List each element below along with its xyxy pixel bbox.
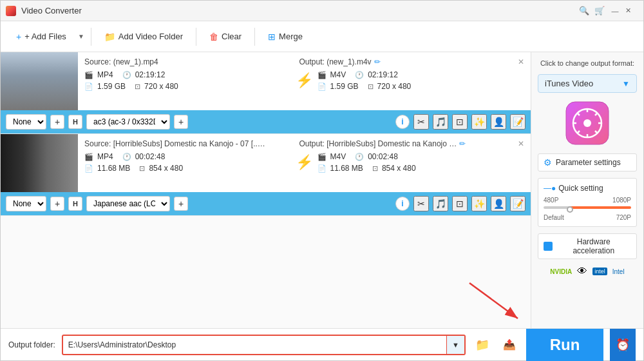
param-settings-button[interactable]: ⚙ Parameter settings <box>538 153 637 171</box>
nvidia-eye-icon: 👁 <box>577 266 587 277</box>
output-duration-2: 00:02:48 <box>368 152 398 161</box>
watermark-btn-1[interactable]: 👤 <box>491 114 506 130</box>
subtitle-btn-2[interactable]: 📝 <box>510 196 526 211</box>
add-files-button[interactable]: + + Add Files <box>8 28 74 46</box>
source-duration-1: 02:19:12 <box>135 70 166 79</box>
audio-select-2[interactable]: Japanese aac (LC) ( <box>86 196 170 211</box>
cart-icon[interactable]: 🛒 <box>594 6 605 15</box>
effect-btn-2[interactable]: ✨ <box>471 196 487 211</box>
toolbar: + + Add Files ▼ 📁 Add Video Folder 🗑 Cle… <box>1 21 643 52</box>
quality-slider-thumb[interactable] <box>567 206 573 213</box>
source-label-2: Source: [HorribleSubs] Domestic na Kanoj… <box>84 139 265 148</box>
file-icon-1: 📄 <box>84 83 93 91</box>
run-button[interactable]: Run <box>526 329 603 361</box>
output-path-input[interactable] <box>63 337 446 353</box>
format-name: iTunes Video <box>545 79 593 88</box>
trash-icon: 🗑 <box>209 32 218 42</box>
default-720-labels: Default 720P <box>544 214 631 221</box>
options-bar-2: None + H Japanese aac (LC) ( + i ✂ 🎵 ⊡ ✨… <box>1 192 531 215</box>
itunes-icon <box>565 101 610 146</box>
export-button[interactable]: 📤 <box>499 335 520 355</box>
bottom-bar: Output folder: ▼ 📁 📤 Run ⏰ <box>1 328 643 360</box>
merge-label: Merge <box>279 32 303 41</box>
crop-btn-1[interactable]: ⊡ <box>452 114 468 130</box>
minimize-button[interactable]: — <box>610 6 620 16</box>
file-item-2: Source: [HorribleSubs] Domestic na Kanoj… <box>1 134 531 216</box>
output-folder-label: Output folder: <box>8 340 55 349</box>
add-audio-btn-1[interactable]: + <box>174 115 188 129</box>
file-item-2-header: Source: [HorribleSubs] Domestic na Kanoj… <box>1 134 531 192</box>
close-file-2[interactable]: ✕ <box>518 139 524 148</box>
arrow-divider-2: ⚡ <box>292 154 317 171</box>
subtitle-select-2[interactable]: None <box>6 196 46 211</box>
hd-btn-1[interactable]: H <box>68 115 82 129</box>
output-dropdown-button[interactable]: ▼ <box>446 336 464 354</box>
crop-btn-2[interactable]: ⊡ <box>452 196 468 211</box>
output-label-1: Output: (new_1).m4v <box>299 57 372 66</box>
separator-2 <box>196 28 196 46</box>
file-item-1-header: Source: (new_1).mp4 Output: (new_1).m4v … <box>1 52 531 110</box>
options-bar-1: None + H ac3 (ac-3 / 0x332D6 + i ✂ 🎵 ⊡ ✨… <box>1 110 531 133</box>
file-item-1: Source: (new_1).mp4 Output: (new_1).m4v … <box>1 52 531 134</box>
add-folder-button[interactable]: 📁 Add Video Folder <box>97 28 191 46</box>
browse-folder-button[interactable]: 📁 <box>472 335 493 355</box>
default-label: Default <box>544 214 564 221</box>
source-res-2: 854 x 480 <box>149 164 183 173</box>
source-format-icon-2: 🎬 <box>84 153 93 161</box>
add-files-label: + Add Files <box>24 32 66 41</box>
source-duration-2: 00:02:48 <box>135 152 166 161</box>
add-folder-label: Add Video Folder <box>118 32 183 41</box>
close-file-1[interactable]: ✕ <box>518 57 524 66</box>
cut-btn-2[interactable]: ✂ <box>413 196 429 211</box>
close-button[interactable]: ✕ <box>623 6 633 16</box>
dropdown-arrow-add[interactable]: ▼ <box>77 33 86 40</box>
hw-acceleration-label: Hardware acceleration <box>556 237 631 255</box>
effect-btn-1[interactable]: ✨ <box>471 114 487 130</box>
output-size-2: 11.68 MB <box>330 164 363 173</box>
output-format-2: M4V <box>330 152 346 161</box>
edit-output-2[interactable]: ✏ <box>459 139 466 148</box>
audio-btn-1[interactable]: 🎵 <box>433 114 448 130</box>
edit-output-1[interactable]: ✏ <box>374 57 381 66</box>
main-window: Video Converter 🔍 🛒 — ✕ + + Add Files ▼ … <box>0 0 644 361</box>
itunes-logo-container <box>538 101 637 146</box>
merge-button[interactable]: ⊞ Merge <box>260 28 310 46</box>
output-path-wrapper: ▼ <box>62 335 466 355</box>
add-audio-btn-2[interactable]: + <box>174 197 188 211</box>
file-icon-2: 📄 <box>84 164 93 173</box>
info-btn-1[interactable]: i <box>395 115 410 129</box>
audio-btn-2[interactable]: 🎵 <box>433 196 448 211</box>
subtitle-select-1[interactable]: None <box>6 114 46 130</box>
format-dropdown-arrow: ▼ <box>622 79 630 88</box>
separator-3 <box>254 28 255 46</box>
cut-btn-1[interactable]: ✂ <box>413 114 429 130</box>
source-format-1: MP4 <box>97 70 113 79</box>
output-format-icon-2: 🎬 <box>317 153 327 161</box>
add-subtitle-btn-2[interactable]: + <box>50 197 64 211</box>
format-label: Click to change output format: <box>538 59 637 68</box>
watermark-btn-2[interactable]: 👤 <box>491 196 506 211</box>
output-res-1: 720 x 480 <box>377 82 412 91</box>
quality-labels: 480P 1080P <box>544 197 631 204</box>
quality-480-label: 480P <box>544 197 558 204</box>
output-res-2: 854 x 480 <box>382 164 416 173</box>
format-selector[interactable]: iTunes Video ▼ <box>538 74 637 93</box>
alarm-button[interactable]: ⏰ <box>610 329 636 361</box>
info-btn-2[interactable]: i <box>395 197 410 211</box>
output-size-1: 1.59 GB <box>330 82 359 91</box>
hw-icon <box>544 242 553 251</box>
audio-select-1[interactable]: ac3 (ac-3 / 0x332D6 <box>86 114 170 130</box>
arrow-divider-1: ⚡ <box>292 72 317 89</box>
add-subtitle-btn-1[interactable]: + <box>50 115 64 129</box>
clear-button[interactable]: 🗑 Clear <box>202 28 249 46</box>
search-icon[interactable]: 🔍 <box>579 6 589 15</box>
out-file-icon-1: 📄 <box>317 83 327 91</box>
thumbnail-2 <box>1 134 78 192</box>
app-icon <box>6 6 16 16</box>
res-icon-1: ⊡ <box>135 83 140 91</box>
param-icon: ⚙ <box>544 157 552 168</box>
hw-acceleration-button[interactable]: Hardware acceleration <box>538 233 637 259</box>
subtitle-btn-1[interactable]: 📝 <box>510 114 526 130</box>
clear-label: Clear <box>222 32 242 41</box>
hd-btn-2[interactable]: H <box>68 197 82 211</box>
